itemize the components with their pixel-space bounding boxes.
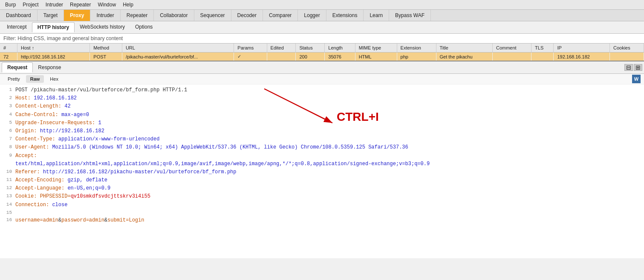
col-extension[interactable]: Extension (397, 44, 436, 52)
col-url[interactable]: URL (122, 44, 234, 52)
col-comment[interactable]: Comment (492, 44, 531, 52)
code-line-11: 11 Accept-Encoding: gzip, deflate (0, 176, 644, 184)
col-tls[interactable]: TLS (531, 44, 554, 52)
code-line-4: 4 Cache-Control: max-age=0 (0, 111, 644, 119)
code-line-15: 15 (0, 209, 644, 217)
cell-tls (531, 52, 554, 61)
cell-url: /pikachu-master/vul/burteforce/bf... (122, 52, 234, 61)
menu-help[interactable]: Help (119, 1, 137, 9)
code-line-9b: text/html,application/xhtml+xml,applicat… (0, 160, 644, 168)
sub-tab-bar: Intercept HTTP history WebSockets histor… (0, 21, 644, 34)
col-mime[interactable]: MIME type (355, 44, 397, 52)
cell-title: Get the pikachu (436, 52, 492, 61)
col-params[interactable]: Params (234, 44, 267, 52)
code-line-12: 12 Accept-Language: en-US,en;q=0.9 (0, 184, 644, 192)
menu-project[interactable]: Project (19, 1, 42, 9)
cell-status: 200 (296, 52, 325, 61)
tab-websockets-history[interactable]: WebSockets history (75, 22, 130, 32)
code-line-14: 14 Connection: close (0, 201, 644, 209)
tab-dashboard[interactable]: Dashboard (0, 10, 38, 21)
top-tab-bar: Dashboard Target Proxy Intruder Repeater… (0, 10, 644, 21)
table-row[interactable]: 72 http://192.168.16.182 POST /pikachu-m… (0, 52, 644, 61)
sub-tab-raw[interactable]: Raw (26, 75, 44, 83)
request-response-panel: Request Response ⊟ ⊞ Pretty Raw Hex W 1 … (0, 61, 644, 258)
cell-cookies (610, 52, 644, 61)
col-length[interactable]: Length (325, 44, 355, 52)
tab-target[interactable]: Target (38, 10, 64, 21)
col-host[interactable]: Host ↑ (17, 44, 90, 52)
code-line-16: 16 username=admin&password=admin&submit=… (0, 216, 644, 225)
cell-host: http://192.168.16.182 (17, 52, 90, 61)
filter-bar[interactable]: Filter: Hiding CSS, image and general bi… (0, 34, 644, 44)
tab-request[interactable]: Request (2, 62, 33, 73)
col-cookies[interactable]: Cookies (610, 44, 644, 52)
cell-params: ✓ (234, 52, 267, 61)
tab-decoder[interactable]: Decoder (231, 10, 263, 21)
split-icon-vertical[interactable]: ⊟ (624, 64, 633, 71)
code-line-6: 6 Origin: http://192.168.16.182 (0, 127, 644, 135)
code-line-9: 9 Accept: (0, 152, 644, 160)
cell-length: 35076 (325, 52, 355, 61)
sub-tab-hex[interactable]: Hex (46, 75, 63, 83)
col-num[interactable]: # (0, 44, 17, 52)
menu-burp[interactable]: Burp (2, 1, 19, 9)
code-line-5: 5 Upgrade-Insecure-Requests: 1 (0, 119, 644, 127)
col-title[interactable]: Title (436, 44, 492, 52)
cell-method: POST (90, 52, 122, 61)
split-icon-horizontal[interactable]: ⊞ (634, 64, 642, 71)
tab-options[interactable]: Options (130, 22, 158, 32)
cell-comment (492, 52, 531, 61)
code-line-3: 3 Content-Length: 42 (0, 102, 644, 111)
col-ip[interactable]: IP (554, 44, 610, 52)
code-line-8: 8 User-Agent: Mozilla/5.0 (Windows NT 10… (0, 143, 644, 152)
tab-http-history[interactable]: HTTP history (32, 22, 75, 32)
menu-bar: Burp Project Intruder Repeater Window He… (0, 0, 644, 10)
tab-proxy[interactable]: Proxy (64, 10, 90, 21)
cell-extension: php (397, 52, 436, 61)
tab-intercept[interactable]: Intercept (2, 22, 32, 32)
panel-tab-bar: Request Response ⊟ ⊞ (0, 61, 644, 74)
col-method[interactable]: Method (90, 44, 122, 52)
code-line-7: 7 Content-Type: application/x-www-form-u… (0, 135, 644, 143)
cell-num: 72 (0, 52, 17, 61)
request-code-area[interactable]: 1 POST /pikachu-master/vul/burteforce/bf… (0, 85, 644, 258)
w-button[interactable]: W (632, 75, 641, 83)
tab-extensions[interactable]: Extensions (326, 10, 364, 21)
tab-intruder[interactable]: Intruder (90, 10, 120, 21)
menu-intruder[interactable]: Intruder (42, 1, 66, 9)
http-history-table: # Host ↑ Method URL Params Edited Status… (0, 44, 644, 61)
tab-sequencer[interactable]: Sequencer (194, 10, 231, 21)
filter-text: Filter: Hiding CSS, image and general bi… (3, 35, 123, 41)
menu-repeater[interactable]: Repeater (66, 1, 94, 9)
tab-bypass-waf[interactable]: Bypass WAF (389, 10, 431, 21)
table-header-row: # Host ↑ Method URL Params Edited Status… (0, 44, 644, 52)
tab-logger[interactable]: Logger (298, 10, 326, 21)
col-status[interactable]: Status (296, 44, 325, 52)
tab-collaborator[interactable]: Collaborator (154, 10, 194, 21)
code-line-10: 10 Referer: http://192.168.16.182/pikach… (0, 168, 644, 176)
tab-learn[interactable]: Learn (364, 10, 389, 21)
tab-response[interactable]: Response (33, 63, 66, 72)
col-edited[interactable]: Edited (267, 44, 296, 52)
cell-edited (267, 52, 296, 61)
main-layout: Burp Project Intruder Repeater Window He… (0, 0, 644, 280)
panel-sub-tab-bar: Pretty Raw Hex W (0, 74, 644, 85)
code-line-13: 13 Cookie: PHPSESSID=qv10smkdfsvdcjttskr… (0, 192, 644, 201)
menu-window[interactable]: Window (94, 1, 119, 9)
cell-mime: HTML (355, 52, 397, 61)
code-line-2: 2 Host: 192.168.16.182 (0, 94, 644, 102)
tab-repeater[interactable]: Repeater (121, 10, 154, 21)
sub-tab-pretty[interactable]: Pretty (3, 75, 24, 83)
code-line-1: 1 POST /pikachu-master/vul/burteforce/bf… (0, 86, 644, 94)
cell-ip: 192.168.16.182 (554, 52, 610, 61)
tab-comparer[interactable]: Comparer (263, 10, 298, 21)
